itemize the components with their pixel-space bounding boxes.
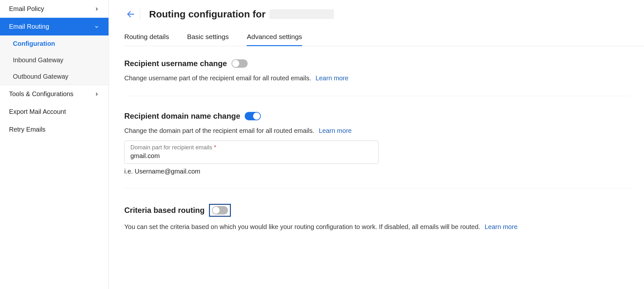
tab-basic-settings[interactable]: Basic settings [187,28,229,46]
section-username-change: Recipient username change Change usernam… [124,59,631,96]
section-title: Recipient domain name change [124,112,240,121]
content: Recipient username change Change usernam… [124,46,644,260]
main-panel: Routing configuration for Routing detail… [109,0,644,289]
domain-field-box: Domain part for recipient emails * [124,141,379,164]
sidebar-item-email-policy[interactable]: Email Policy [0,0,109,18]
sidebar-item-label: Email Policy [9,5,44,13]
section-description: You can set the criteria based on which … [124,222,631,232]
separator [140,8,140,21]
sidebar-sub-configuration[interactable]: Configuration [0,35,109,52]
tabs: Routing details Basic settings Advanced … [124,28,644,46]
section-description: Change the domain part of the recipient … [124,126,631,135]
sidebar-item-label: Email Routing [9,23,49,30]
sidebar-sub-outbound-gateway[interactable]: Outbound Gateway [0,68,109,85]
domain-hint: i.e. Username@gmail.com [124,168,631,175]
toggle-criteria-routing[interactable] [212,206,228,214]
sidebar-item-label: Retry Emails [9,126,45,133]
learn-more-link[interactable]: Learn more [319,127,352,134]
sidebar-item-label: Export Mail Account [9,108,66,115]
required-marker: * [214,144,216,151]
sidebar-item-export-mail[interactable]: Export Mail Account [0,103,109,121]
sidebar-item-label: Tools & Configurations [9,90,73,98]
learn-more-link[interactable]: Learn more [485,223,517,230]
tab-advanced-settings[interactable]: Advanced settings [247,28,302,46]
section-criteria-routing: Criteria based routing You can set the c… [124,204,631,244]
chevron-down-icon [94,24,99,30]
sidebar-sub-inbound-gateway[interactable]: Inbound Gateway [0,52,109,68]
sidebar-item-tools-config[interactable]: Tools & Configurations [0,85,109,103]
toggle-domain-change[interactable] [245,112,261,120]
section-domain-change: Recipient domain name change Change the … [124,112,631,188]
sidebar-item-retry-emails[interactable]: Retry Emails [0,121,109,138]
domain-input[interactable] [130,152,373,160]
chevron-right-icon [94,91,99,97]
tab-routing-details[interactable]: Routing details [124,28,169,46]
page-header: Routing configuration for [124,0,644,25]
sidebar-subpanel-email-routing: Configuration Inbound Gateway Outbound G… [0,35,109,85]
toggle-username-change[interactable] [232,59,248,68]
section-description: Change username part of the recipient em… [124,73,631,83]
toggle-highlight [209,204,231,217]
sidebar: Email Policy Email Routing Configuration… [0,0,109,289]
chevron-right-icon [94,6,99,12]
sidebar-item-email-routing[interactable]: Email Routing [0,18,109,35]
page-title: Routing configuration for [149,9,266,20]
section-title: Recipient username change [124,59,227,68]
domain-field-label: Domain part for recipient emails * [130,144,373,151]
section-title: Criteria based routing [124,206,204,215]
redacted-name [270,9,334,19]
back-button[interactable] [124,8,137,21]
learn-more-link[interactable]: Learn more [316,75,348,82]
